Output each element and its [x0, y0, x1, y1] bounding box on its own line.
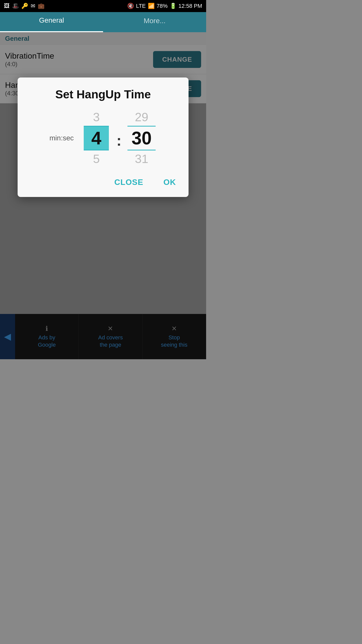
minutes-below: 5	[93, 150, 100, 168]
minutes-picker[interactable]: 3 4 5	[81, 109, 111, 168]
overlay: Set HangUp Time min:sec 3 4 5 : 29 30 31	[0, 32, 206, 359]
bag-icon: 💼	[38, 3, 44, 9]
minutes-above: 3	[93, 109, 100, 126]
picker-label: min:sec	[50, 134, 74, 142]
tab-more[interactable]: More...	[103, 12, 206, 32]
ok-button[interactable]: OK	[158, 175, 181, 189]
status-bar: 🖼 🎩 🔑 ✉ 💼 🔇 LTE 📶 78% 🔋 12:58 PM	[0, 0, 206, 12]
status-icons: 🖼 🎩 🔑 ✉ 💼	[4, 3, 44, 9]
picker-area: min:sec 3 4 5 : 29 30 31	[25, 109, 181, 168]
image-icon: 🖼	[4, 3, 10, 9]
tab-general-label: General	[39, 16, 64, 24]
dialog-title: Set HangUp Time	[25, 88, 181, 101]
seconds-below: 31	[135, 150, 148, 168]
clock: 12:58 PM	[178, 3, 202, 9]
hangup-time-dialog: Set HangUp Time min:sec 3 4 5 : 29 30 31	[18, 77, 189, 197]
hat-icon: 🎩	[12, 3, 19, 9]
minutes-current[interactable]: 4	[84, 126, 109, 150]
key-icon: 🔑	[21, 3, 28, 9]
tab-more-label: More...	[144, 17, 165, 25]
seconds-current[interactable]: 30	[127, 126, 156, 150]
status-right: 🔇 LTE 📶 78% 🔋 12:58 PM	[127, 3, 202, 9]
tab-general[interactable]: General	[0, 12, 103, 32]
tab-bar: General More...	[0, 12, 206, 32]
close-button[interactable]: CLOSE	[109, 175, 148, 189]
seconds-picker[interactable]: 29 30 31	[126, 109, 157, 168]
signal-icon: 📶	[148, 3, 155, 9]
battery-icon: 🔋	[170, 3, 176, 9]
picker-separator: :	[114, 132, 124, 149]
mute-icon: 🔇	[127, 3, 134, 9]
seconds-above: 29	[135, 109, 148, 126]
battery-percent: 78%	[157, 3, 168, 9]
mail-icon: ✉	[31, 3, 35, 9]
main-content: General VibrationTime (4:0) CHANGE HangU…	[0, 32, 206, 359]
volte-label: LTE	[136, 3, 146, 9]
dialog-buttons: CLOSE OK	[25, 175, 181, 189]
